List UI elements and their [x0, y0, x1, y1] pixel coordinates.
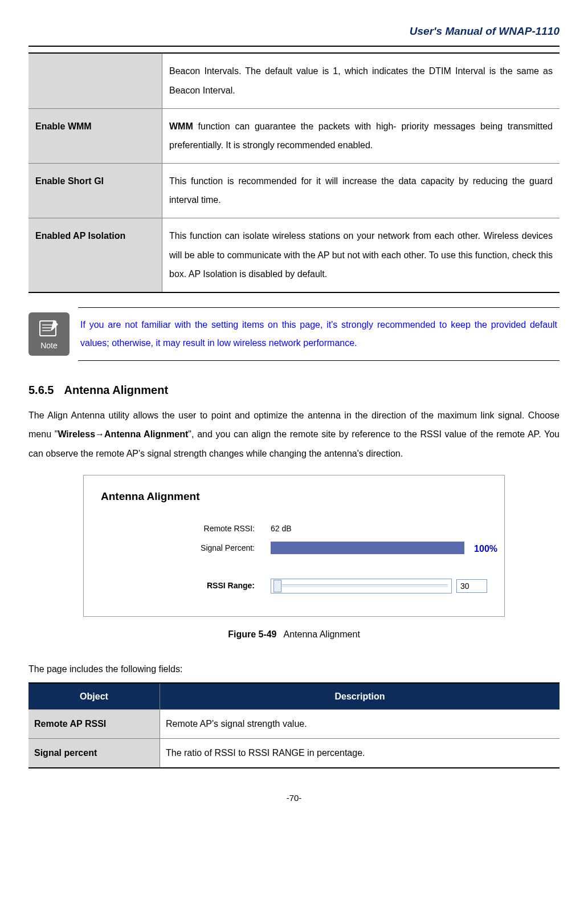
section-body: The Align Antenna utility allows the use… [28, 406, 560, 463]
field-desc: Remote AP's signal strength value. [160, 710, 560, 739]
rssi-range-row: RSSI Range: [101, 579, 487, 593]
signal-percent-bar: 100% [271, 542, 464, 554]
table-header-row: Object Description [28, 683, 560, 710]
figure-caption-number: Figure 5-49 [228, 629, 276, 639]
fields-table: Object Description Remote AP RSSI Remote… [28, 682, 560, 768]
table-row: Enabled AP Isolation This function can i… [28, 218, 560, 292]
setting-desc: This function is recommended for it will… [162, 163, 560, 218]
table-row: Enable Short GI This function is recomme… [28, 163, 560, 218]
settings-table: Beacon Intervals. The default value is 1… [28, 52, 560, 292]
menu-path-bold: Wireless [58, 429, 95, 439]
setting-text: function can guarantee the packets with … [169, 121, 553, 151]
section-number: 5.6.5 [28, 381, 54, 399]
figure-title: Antenna Alignment [101, 488, 487, 505]
field-label: Remote AP RSSI [28, 710, 160, 739]
note-block: Note If you are not familiar with the se… [28, 307, 560, 361]
setting-desc: Beacon Intervals. The default value is 1… [162, 53, 560, 108]
figure-caption-text: Antenna Alignment [284, 629, 360, 639]
header-divider [28, 46, 560, 47]
setting-label: Enabled AP Isolation [28, 218, 162, 292]
fields-intro: The page includes the following fields: [28, 662, 560, 677]
note-text: If you are not familiar with the setting… [78, 307, 560, 361]
remote-rssi-row: Remote RSSI: 62 dB [101, 522, 487, 535]
note-icon: Note [28, 312, 70, 356]
remote-rssi-value: 62 dB [271, 522, 487, 535]
fields-header-object: Object [28, 683, 160, 710]
antenna-alignment-figure: Antenna Alignment Remote RSSI: 62 dB Sig… [83, 475, 505, 617]
rssi-range-slider[interactable] [271, 579, 452, 593]
rssi-range-label: RSSI Range: [101, 579, 271, 592]
section-title-text: Antenna Alignment [64, 384, 168, 396]
menu-arrow: → [95, 429, 104, 439]
page-header: User's Manual of WNAP-1110 [28, 23, 560, 40]
note-icon-label: Note [40, 339, 58, 352]
table-row: Remote AP RSSI Remote AP's signal streng… [28, 710, 560, 739]
menu-path-bold: Antenna Alignment [104, 429, 188, 439]
table-row: Enable WMM WMM function can guarantee th… [28, 108, 560, 163]
setting-label: Enable WMM [28, 108, 162, 163]
page-number: -70- [28, 791, 560, 805]
fields-header-description: Description [160, 683, 560, 710]
remote-rssi-label: Remote RSSI: [101, 522, 271, 535]
setting-label: Enable Short GI [28, 163, 162, 218]
table-row: Beacon Intervals. The default value is 1… [28, 53, 560, 108]
section-heading: 5.6.5Antenna Alignment [28, 381, 560, 399]
signal-percent-value: 100% [474, 542, 497, 556]
field-label: Signal percent [28, 739, 160, 768]
figure-caption: Figure 5-49Antenna Alignment [28, 627, 560, 642]
setting-desc: This function can isolate wireless stati… [162, 218, 560, 292]
signal-percent-label: Signal Percent: [101, 542, 271, 554]
table-row: Signal percent The ratio of RSSI to RSSI… [28, 739, 560, 768]
signal-percent-row: Signal Percent: 100% [101, 542, 487, 554]
setting-label [28, 53, 162, 108]
rssi-range-input[interactable] [456, 579, 487, 593]
setting-desc: WMM function can guarantee the packets w… [162, 108, 560, 163]
notepad-icon [36, 318, 62, 338]
field-desc: The ratio of RSSI to RSSI RANGE in perce… [160, 739, 560, 768]
setting-bold: WMM [169, 121, 193, 131]
